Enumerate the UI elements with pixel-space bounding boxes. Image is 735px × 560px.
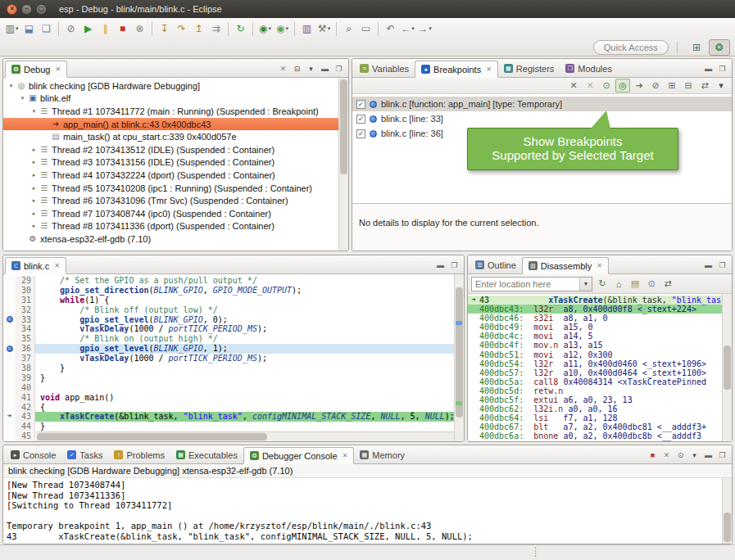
gutter-marker[interactable]	[3, 383, 16, 393]
gutter-marker[interactable]	[3, 334, 16, 344]
code-editor[interactable]: 29 /* Set the GPIO as a push/pull output…	[3, 274, 464, 441]
tab-tasks[interactable]: ✓Tasks	[61, 446, 108, 463]
console-scrollbar-thumb[interactable]	[724, 513, 731, 542]
disassembly-row[interactable]: 400dbc51: movi a12, 0x300	[468, 350, 732, 359]
tab-variables[interactable]: ≡Variables	[354, 60, 415, 77]
instruction-stepping-icon[interactable]: ⇉	[207, 20, 225, 37]
tree-expander-icon[interactable]: ▸	[29, 223, 39, 229]
sync-with-stack-frame-icon[interactable]: ⇄	[660, 277, 675, 291]
overview-current-line-mark[interactable]	[456, 401, 462, 405]
debug-tree-item[interactable]: ▸☰Thread #2 1073413512 (IDLE) (Suspended…	[3, 143, 338, 156]
minimize-icon[interactable]: ▬	[319, 62, 331, 75]
disassembly-row[interactable]: 400dbc5d: retw.n	[468, 386, 732, 395]
tab-debugger-console[interactable]: ❂Debugger Console✕	[243, 447, 354, 464]
breakpoint-marker-icon[interactable]	[7, 345, 13, 352]
debug-tree-item[interactable]: ▸☰Thread #7 1073408744 (ipc0) (Suspended…	[3, 207, 338, 220]
tab-blink-c[interactable]: Cblink.c✕	[5, 257, 66, 274]
tree-expander-icon[interactable]: ▸	[29, 147, 39, 153]
maximize-icon[interactable]: ❐	[716, 449, 728, 461]
code-line[interactable]: 30 gpio_set_direction(BLINK_GPIO, GPIO_M…	[3, 286, 464, 296]
terminate-icon[interactable]: ■	[647, 449, 659, 461]
new-wizard-icon[interactable]: ▥▾	[3, 20, 20, 37]
close-tab-icon[interactable]: ✕	[55, 65, 61, 73]
dropdown-arrow-icon[interactable]: ▾	[268, 25, 271, 32]
disassembly-row[interactable]: 400dbc5f: extui a6, a0, 23, 13	[468, 395, 732, 404]
code-line[interactable]: 35 /* Blink on (output high) */	[3, 334, 464, 344]
skip-all-breakpoints-icon[interactable]: ⊘	[62, 20, 79, 37]
code-line[interactable]: 29 /* Set the GPIO as a push/pull output…	[3, 276, 464, 286]
gutter-marker[interactable]: ➜	[3, 412, 16, 422]
gutter-marker[interactable]	[3, 315, 16, 325]
close-tab-icon[interactable]: ✕	[597, 262, 602, 269]
breakpoint-checkbox[interactable]: ✓	[356, 100, 365, 109]
window-maximize-button[interactable]: ▢	[36, 4, 47, 15]
close-tab-icon[interactable]: ✕	[54, 262, 60, 269]
sash-grip-icon[interactable]: ┊	[533, 547, 538, 558]
disassembly-row[interactable]: 400dbc4c: movi a14, 5	[468, 332, 732, 341]
expand-all-icon[interactable]: ⊞	[665, 79, 679, 93]
tab-breakpoints[interactable]: ●Breakpoints✕	[415, 61, 498, 78]
code-line[interactable]: 42{	[3, 403, 464, 413]
disassembly-row[interactable]: ➜43 xTaskCreate(&blink_task, "blink_tas	[468, 296, 732, 305]
tab-problems[interactable]: !Problems	[108, 446, 170, 463]
quick-access-button[interactable]: Quick Access	[593, 40, 669, 55]
code-line[interactable]: 36 gpio_set_level(BLINK_GPIO, 1);	[3, 344, 464, 354]
gutter-marker[interactable]	[3, 276, 16, 286]
editor-vertical-scrollbar[interactable]	[454, 274, 464, 441]
tree-expander-icon[interactable]: ▸	[29, 159, 39, 165]
restart-icon[interactable]: ↻	[232, 20, 249, 37]
dropdown-arrow-icon[interactable]: ▾	[285, 25, 288, 32]
open-element-icon[interactable]: ▭	[357, 20, 374, 37]
disconnect-icon[interactable]: ⊗	[131, 20, 148, 37]
editor-horizontal-scrollbar[interactable]	[36, 431, 454, 441]
code-line[interactable]: 39}	[3, 373, 464, 383]
close-tab-icon[interactable]: ✕	[343, 452, 348, 459]
tab-disassembly[interactable]: ▥Disassembly✕	[522, 257, 609, 274]
back-icon[interactable]: ←▾	[399, 20, 416, 37]
show-supported-breakpoints-icon[interactable]: ◎	[615, 79, 630, 93]
view-menu-icon[interactable]: ▾	[305, 62, 317, 75]
collapse-all-icon[interactable]: ⊟	[291, 62, 303, 75]
gutter-marker[interactable]	[3, 422, 16, 431]
remove-all-breakpoints-icon[interactable]: ✕	[583, 79, 597, 93]
tab-debug[interactable]: ❂Debug✕	[5, 61, 67, 78]
location-input[interactable]: Enter location here	[472, 279, 579, 289]
remove-console-icon[interactable]: ✕	[660, 449, 673, 461]
gutter-marker[interactable]	[3, 296, 16, 305]
disassembly-row[interactable]: 400dbc62: l32i.n a0, a0, 16	[468, 404, 732, 413]
minimize-icon[interactable]: ▬	[702, 449, 715, 461]
terminate-icon[interactable]: ■	[114, 20, 131, 37]
tree-expander-icon[interactable]: ▸	[29, 197, 39, 204]
suspend-icon[interactable]: ∥	[97, 20, 114, 37]
location-combo[interactable]: Enter location here ▼	[471, 277, 592, 291]
breakpoint-marker-icon[interactable]	[7, 316, 13, 323]
console-scrollbar[interactable]	[722, 478, 732, 544]
disassembly-row[interactable]: 400dbc49: movi a15, 0	[468, 323, 732, 332]
debug-tree-item[interactable]: ▸☰Thread #8 1073411336 (dport) (Suspende…	[3, 220, 338, 233]
gutter-marker[interactable]	[3, 403, 16, 413]
disassembly-row[interactable]: 400dbc46: s32i a8, a1, 0	[468, 314, 732, 323]
gutter-marker[interactable]	[3, 393, 16, 403]
minimize-icon[interactable]: ▬	[702, 259, 715, 271]
tree-expander-icon[interactable]: ▸	[29, 185, 39, 192]
search-icon[interactable]: ⌕	[340, 20, 357, 37]
pin-console-icon[interactable]: ⊙	[674, 449, 687, 461]
overview-breakpoint-mark[interactable]	[456, 321, 462, 325]
refresh-icon[interactable]: ↻	[595, 277, 610, 291]
step-into-icon[interactable]: ↧	[156, 20, 173, 37]
link-with-debug-view-icon[interactable]: ⇄	[697, 79, 712, 93]
code-line[interactable]: 41void app_main()	[3, 393, 464, 403]
gutter-marker[interactable]	[3, 431, 16, 441]
window-close-button[interactable]: ✕	[7, 4, 17, 15]
window-minimize-button[interactable]: −	[21, 4, 32, 15]
tree-expander-icon[interactable]: ▸	[29, 210, 39, 217]
code-line[interactable]: 34 vTaskDelay(1000 / portTICK_PERIOD_MS)…	[3, 324, 464, 334]
debug-tree-item[interactable]: ▸☰Thread #5 1073410208 (ipc1 : Running) …	[3, 182, 338, 195]
disassembly-row[interactable]: 400dbc6a: bnone a0, a2, 0x400dbc8b <__ad…	[468, 431, 732, 440]
breakpoint-row[interactable]: ✓blink.c [function: app_main] [type: Tem…	[352, 97, 732, 111]
code-line[interactable]: 40	[3, 383, 464, 393]
dropdown-arrow-icon[interactable]: ▾	[411, 25, 415, 32]
skip-all-breakpoints-icon[interactable]: ⊘	[648, 79, 663, 93]
gutter-marker[interactable]	[3, 344, 16, 354]
combo-dropdown-icon[interactable]: ▼	[579, 278, 592, 291]
